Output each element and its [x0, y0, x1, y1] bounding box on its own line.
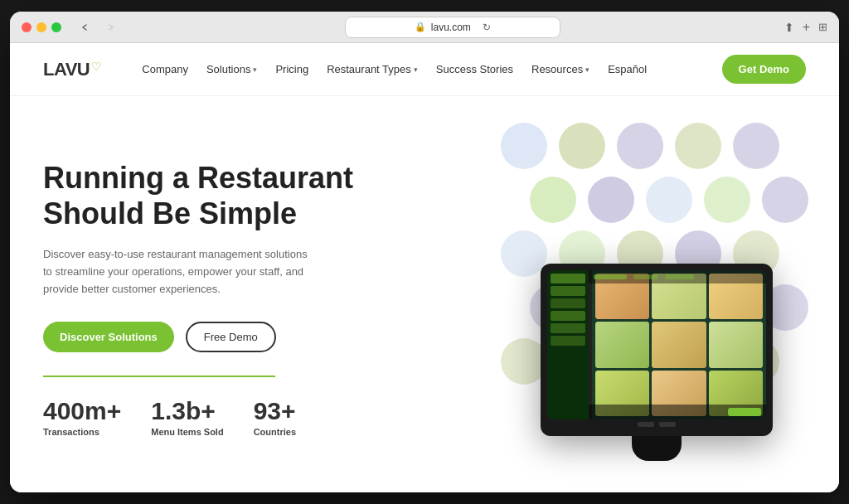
stats-row: 400m+ Transactions 1.3b+ Menu Items Sold…: [43, 397, 353, 437]
stat-countries-label: Countries: [254, 427, 296, 437]
url-text: lavu.com: [431, 22, 471, 33]
nav-success-stories[interactable]: Success Stories: [429, 58, 520, 80]
pos-stand: [632, 436, 682, 461]
website: LAVU ♡ Company Solutions ▾ Pricing: [10, 43, 839, 492]
stat-menu-items-label: Menu Items Sold: [151, 427, 223, 437]
hero-section: Running a Restaurant Should Be Simple Di…: [10, 96, 839, 492]
address-bar-container: 🔒 lavu.com ↻: [128, 17, 778, 38]
nav-restaurant-types[interactable]: Restaurant Types ▾: [320, 58, 424, 80]
svg-point-6: [588, 177, 634, 223]
share-icon[interactable]: ⬆: [784, 21, 794, 34]
stat-countries: 93+ Countries: [254, 397, 296, 437]
nav-resources[interactable]: Resources ▾: [525, 58, 596, 80]
svg-point-1: [559, 123, 605, 169]
hero-title: Running a Restaurant Should Be Simple: [43, 160, 353, 231]
pos-sidebar-item: [551, 336, 585, 346]
logo[interactable]: LAVU ♡: [43, 59, 102, 80]
get-demo-button[interactable]: Get Demo: [722, 55, 806, 84]
menu-item-6: [709, 322, 763, 367]
nav-solutions[interactable]: Solutions ▾: [200, 58, 264, 80]
browser-actions: ⬆ + ⊞: [784, 20, 827, 35]
svg-point-7: [646, 177, 692, 223]
browser-controls: [75, 17, 121, 37]
pos-sidebar-item: [551, 286, 585, 296]
browser-titlebar: 🔒 lavu.com ↻ ⬆ + ⊞: [10, 12, 839, 43]
svg-point-4: [733, 123, 779, 169]
nav-pricing[interactable]: Pricing: [269, 58, 315, 80]
pos-topbar-item: [594, 274, 627, 279]
pos-sidebar: [547, 270, 589, 419]
pos-bottom-buttons: [547, 419, 766, 429]
pos-sidebar-item: [551, 323, 585, 333]
pos-sidebar-item: [551, 274, 585, 284]
nav-espanol[interactable]: Español: [601, 58, 653, 80]
resources-chevron: ▾: [585, 65, 589, 74]
hero-content: Running a Restaurant Should Be Simple Di…: [43, 160, 353, 437]
stat-transactions-number: 400m+: [43, 397, 121, 425]
forward-button[interactable]: [101, 17, 121, 37]
hero-subtitle: Discover easy-to-use restaurant manageme…: [43, 246, 308, 298]
menu-item-4: [595, 322, 649, 367]
browser-content: LAVU ♡ Company Solutions ▾ Pricing: [10, 43, 839, 492]
minimize-button[interactable]: [36, 22, 46, 32]
pos-terminal: [541, 264, 773, 461]
stat-menu-items: 1.3b+ Menu Items Sold: [151, 397, 223, 437]
hero-visual: [441, 104, 822, 469]
svg-point-9: [762, 177, 808, 223]
discover-solutions-button[interactable]: Discover Solutions: [43, 322, 174, 352]
browser-frame: 🔒 lavu.com ↻ ⬆ + ⊞ LAVU ♡ Company: [10, 12, 839, 492]
pos-btn-2: [659, 422, 676, 427]
pos-topbar-item: [633, 274, 658, 279]
logo-text: LAVU: [43, 59, 90, 80]
pos-screen: [547, 270, 766, 419]
menu-item-5: [652, 322, 706, 367]
svg-point-0: [501, 123, 547, 169]
stat-menu-items-number: 1.3b+: [151, 397, 223, 425]
svg-point-5: [530, 177, 576, 223]
svg-point-2: [617, 123, 663, 169]
fullscreen-button[interactable]: [51, 22, 61, 32]
pos-topbar-item: [665, 274, 694, 279]
back-button[interactable]: [75, 17, 95, 37]
close-button[interactable]: [22, 22, 32, 32]
pos-bottombar: [589, 405, 766, 419]
restaurant-types-chevron: ▾: [414, 65, 418, 74]
stat-transactions-label: Transactions: [43, 427, 121, 437]
svg-point-3: [675, 123, 721, 169]
stat-countries-number: 93+: [254, 397, 296, 425]
lock-icon: 🔒: [415, 22, 426, 32]
refresh-icon[interactable]: ↻: [483, 22, 491, 33]
stat-transactions: 400m+ Transactions: [43, 397, 121, 437]
grid-icon[interactable]: ⊞: [818, 21, 827, 33]
navbar: LAVU ♡ Company Solutions ▾ Pricing: [10, 43, 839, 96]
pos-body: [541, 264, 773, 436]
nav-links: Company Solutions ▾ Pricing Restaurant T…: [135, 58, 721, 80]
pos-sidebar-item: [551, 311, 585, 321]
traffic-lights: [22, 22, 61, 32]
pos-checkout-btn: [728, 408, 761, 416]
hero-divider: [43, 376, 275, 377]
svg-point-8: [704, 177, 750, 223]
nav-company[interactable]: Company: [135, 58, 195, 80]
address-bar[interactable]: 🔒 lavu.com ↻: [345, 17, 560, 38]
logo-heart: ♡: [91, 60, 102, 73]
pos-btn-1: [638, 422, 654, 427]
pos-topbar: [589, 270, 766, 284]
add-tab-icon[interactable]: +: [803, 20, 810, 35]
pos-sidebar-item: [551, 298, 585, 308]
solutions-chevron: ▾: [253, 65, 257, 74]
hero-buttons: Discover Solutions Free Demo: [43, 322, 353, 352]
free-demo-button[interactable]: Free Demo: [186, 322, 276, 352]
pos-menu-grid: [592, 270, 766, 419]
